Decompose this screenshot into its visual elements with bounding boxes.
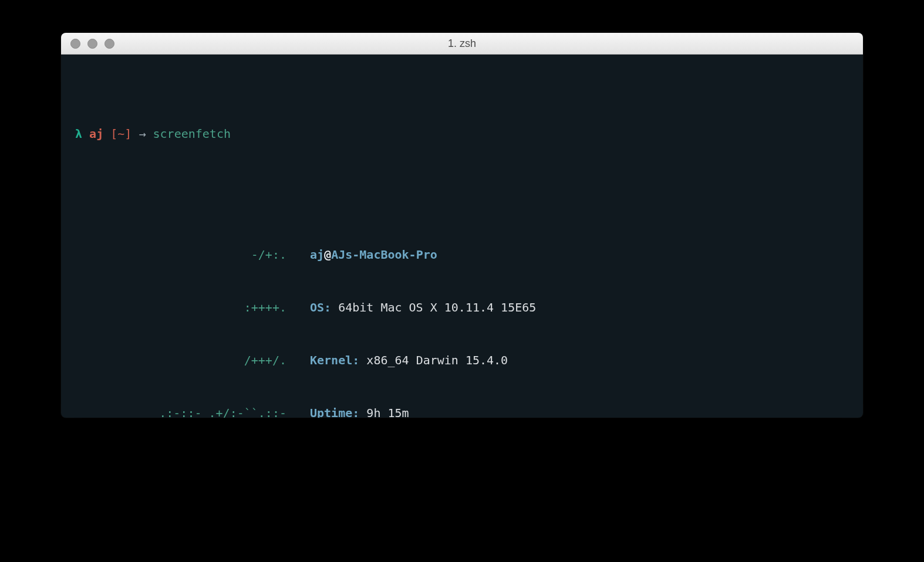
- info-user: aj: [310, 248, 324, 262]
- value-uptime: 9h 15m: [366, 406, 409, 418]
- info-os: OS: 64bit Mac OS X 10.11.4 15E65: [310, 299, 677, 316]
- ascii-line: -/+:.: [75, 246, 286, 263]
- titlebar: 1. zsh: [61, 33, 863, 55]
- info-at: @: [324, 248, 331, 262]
- label-uptime: Uptime:: [310, 406, 359, 418]
- ascii-logo: -/+:. :++++. /+++/. .:-::- .+/:-``.::- .…: [75, 211, 286, 418]
- screenfetch-output: -/+:. :++++. /+++/. .:-::- .+/:-``.::- .…: [75, 211, 849, 418]
- prompt-line: λ aj [~] → screenfetch: [75, 125, 849, 143]
- label-kernel: Kernel:: [310, 353, 359, 367]
- prompt-tilde: ~: [117, 127, 124, 141]
- prompt-arrow: →: [139, 127, 146, 141]
- ascii-line: /+++/.: [75, 351, 286, 369]
- info-kernel: Kernel: x86_64 Darwin 15.4.0: [310, 351, 677, 369]
- prompt-bracket-close: ]: [124, 127, 131, 141]
- prompt-user: aj: [89, 127, 103, 141]
- ascii-line: :++++.: [75, 299, 286, 316]
- info-host: AJs-MacBook-Pro: [331, 248, 437, 262]
- minimize-button[interactable]: [87, 39, 97, 49]
- zoom-button[interactable]: [104, 39, 114, 49]
- value-os: 64bit Mac OS X 10.11.4 15E65: [338, 300, 536, 314]
- terminal-body[interactable]: λ aj [~] → screenfetch -/+:. :++++. /+++…: [61, 55, 863, 418]
- ascii-line: .:-::- .+/:-``.::-: [75, 404, 286, 418]
- value-kernel: x86_64 Darwin 15.4.0: [366, 353, 508, 367]
- prompt-command: screenfetch: [153, 127, 231, 141]
- window-title: 1. zsh: [61, 38, 863, 50]
- label-os: OS:: [310, 300, 331, 314]
- info-userhost: aj@AJs-MacBook-Pro: [310, 246, 677, 263]
- close-button[interactable]: [70, 39, 80, 49]
- prompt-bracket-open: [: [110, 127, 117, 141]
- system-info: aj@AJs-MacBook-Pro OS: 64bit Mac OS X 10…: [310, 211, 677, 418]
- prompt-lambda: λ: [75, 127, 82, 141]
- terminal-window: 1. zsh λ aj [~] → screenfetch -/+:. :+++…: [61, 33, 863, 418]
- info-uptime: Uptime: 9h 15m: [310, 404, 677, 418]
- traffic-lights: [61, 39, 114, 49]
